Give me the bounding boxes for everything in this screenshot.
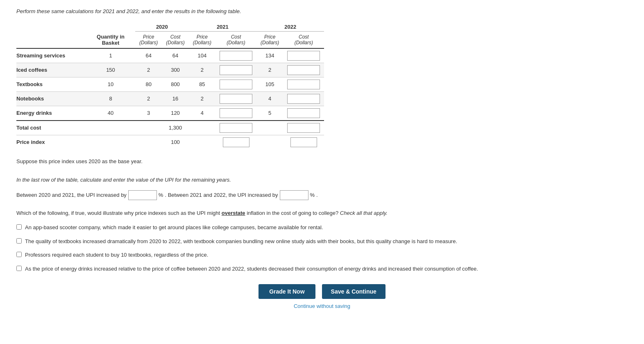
cost2021-streaming-input[interactable] — [220, 51, 252, 61]
question-text-1: Which of the following, if true, would i… — [16, 210, 222, 216]
total-cost2022-cell[interactable] — [283, 121, 324, 135]
price-index-price2021 — [189, 135, 215, 149]
price-index-qty — [86, 135, 135, 149]
cost2021-notebooks-cell[interactable] — [215, 91, 256, 106]
cost2022-energy-drinks-cell[interactable] — [283, 106, 324, 121]
checkboxes-section: An app-based scooter company, which made… — [16, 223, 628, 273]
cost2020-streaming: 64 — [162, 48, 188, 63]
price-index-2021-cell[interactable] — [215, 135, 256, 149]
price2020-energy-drinks: 3 — [135, 106, 162, 121]
price2020-textbooks: 80 — [135, 77, 162, 91]
price-index-2022-cell[interactable] — [283, 135, 324, 149]
continue-without-saving-link[interactable]: Continue without saving — [294, 303, 350, 309]
checkbox-item-2: The quality of textbooks increased drama… — [16, 237, 628, 246]
table-row: Notebooks 8 2 16 2 4 — [16, 91, 324, 106]
table-row: Streaming services 1 64 64 104 134 — [16, 48, 324, 63]
cost2022-textbooks-input[interactable] — [287, 80, 320, 89]
total-cost-price2020 — [135, 121, 162, 135]
price-index-val2020: 100 — [162, 135, 188, 149]
qty-energy-drinks: 40 — [86, 106, 135, 121]
checkbox-item-1: An app-based scooter company, which made… — [16, 223, 628, 232]
save-continue-button[interactable]: Save & Continue — [322, 284, 385, 299]
cost2020-header: Cost(Dollars) — [162, 32, 188, 48]
instruction-text: Perform these same calculations for 2021… — [16, 8, 628, 14]
price2021-iced-coffees: 2 — [189, 63, 215, 77]
year-header-2020: 2020 — [135, 22, 189, 32]
question-italic: Check all that apply. — [340, 210, 388, 216]
price-index-2022-input[interactable] — [290, 137, 317, 147]
cost2021-energy-drinks-input[interactable] — [220, 108, 252, 118]
cost2022-streaming-cell[interactable] — [283, 48, 324, 63]
table-row: Energy drinks 40 3 120 4 5 — [16, 106, 324, 121]
upi-input-2022[interactable] — [280, 190, 308, 200]
price-index-price2020 — [135, 135, 162, 149]
price2020-header: Price(Dollars) — [135, 32, 162, 48]
cost2021-iced-coffees-cell[interactable] — [215, 63, 256, 77]
cost2022-notebooks-cell[interactable] — [283, 91, 324, 106]
price2022-header: Price(Dollars) — [256, 32, 283, 48]
total-cost-price2021 — [189, 121, 215, 135]
total-cost2022-input[interactable] — [287, 123, 320, 133]
price2022-streaming: 134 — [256, 48, 283, 63]
year-header-2022: 2022 — [256, 22, 324, 32]
price2020-iced-coffees: 2 — [135, 63, 162, 77]
cost2021-textbooks-cell[interactable] — [215, 77, 256, 91]
row-label-textbooks: Textbooks — [16, 77, 86, 91]
cost2021-energy-drinks-cell[interactable] — [215, 106, 256, 121]
cost2022-streaming-input[interactable] — [287, 51, 320, 61]
checkbox-3[interactable] — [16, 252, 22, 257]
total-cost-cost2020: 1,300 — [162, 121, 188, 135]
total-cost-price2022 — [256, 121, 283, 135]
cost2022-textbooks-cell[interactable] — [283, 77, 324, 91]
total-cost-label: Total cost — [16, 121, 86, 135]
price2021-header: Price(Dollars) — [189, 32, 215, 48]
cost2021-notebooks-input[interactable] — [220, 94, 252, 104]
qty-header: Quantity in Basket — [86, 32, 135, 48]
cost2020-iced-coffees: 300 — [162, 63, 188, 77]
price2020-streaming: 64 — [135, 48, 162, 63]
table-row: Iced coffees 150 2 300 2 2 — [16, 63, 324, 77]
total-cost2021-input[interactable] — [220, 123, 252, 133]
upi-input-2021[interactable] — [128, 190, 157, 200]
price2021-textbooks: 85 — [189, 77, 215, 91]
question-bold: overstate — [222, 210, 245, 216]
checkbox-item-4: As the price of energy drinks increased … — [16, 265, 628, 273]
checkbox-item-3: Professors required each student to buy … — [16, 251, 628, 259]
cost2021-textbooks-input[interactable] — [220, 80, 252, 89]
qty-notebooks: 8 — [86, 91, 135, 106]
cost2022-iced-coffees-cell[interactable] — [283, 63, 324, 77]
checkbox-4[interactable] — [16, 266, 22, 271]
table-row: Textbooks 10 80 800 85 105 — [16, 77, 324, 91]
base-year-text: Suppose this price index uses 2020 as th… — [16, 158, 628, 164]
question-text: Which of the following, if true, would i… — [16, 209, 628, 217]
checkbox-1[interactable] — [16, 224, 22, 230]
cost2021-streaming-cell[interactable] — [215, 48, 256, 63]
continue-link-row: Continue without saving — [16, 303, 628, 309]
upi-pct2: % — [310, 192, 315, 198]
price-index-2021-input[interactable] — [223, 137, 249, 147]
upi-end: . — [316, 192, 318, 198]
upi-row: Between 2020 and 2021, the UPI increased… — [16, 190, 628, 200]
cost2022-iced-coffees-input[interactable] — [287, 65, 320, 75]
total-cost2021-cell[interactable] — [215, 121, 256, 135]
data-table: 2020 2021 2022 Quantity in Basket Price(… — [16, 22, 324, 149]
cost2021-header: Cost(Dollars) — [215, 32, 256, 48]
price-index-price2022 — [256, 135, 283, 149]
qty-streaming: 1 — [86, 48, 135, 63]
buttons-row: Grade It Now Save & Continue — [16, 284, 628, 299]
cost2022-notebooks-input[interactable] — [287, 94, 320, 104]
cost2022-energy-drinks-input[interactable] — [287, 108, 320, 118]
price2021-energy-drinks: 4 — [189, 106, 215, 121]
upi-text1: Between 2020 and 2021, the UPI increased… — [16, 192, 127, 198]
cost2020-energy-drinks: 120 — [162, 106, 188, 121]
row-label-notebooks: Notebooks — [16, 91, 86, 106]
upi-pct1: % — [159, 192, 163, 198]
cost2020-notebooks: 16 — [162, 91, 188, 106]
cost2021-iced-coffees-input[interactable] — [220, 65, 252, 75]
total-cost-row: Total cost 1,300 — [16, 121, 324, 135]
price-index-label: Price index — [16, 135, 86, 149]
checkbox-2[interactable] — [16, 238, 22, 244]
checkbox-label-4: As the price of energy drinks increased … — [25, 265, 478, 273]
grade-button[interactable]: Grade It Now — [259, 284, 315, 299]
cost2022-header: Cost(Dollars) — [283, 32, 324, 48]
